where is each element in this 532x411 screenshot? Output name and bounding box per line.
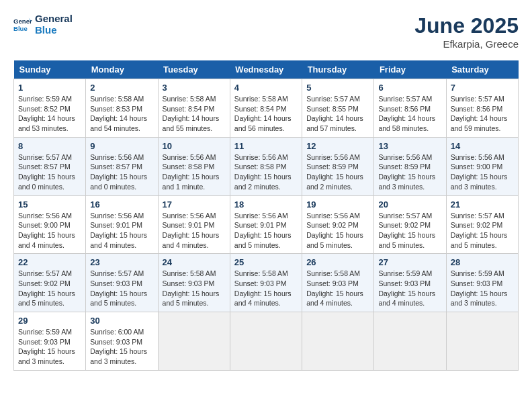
day-number: 2 <box>90 83 153 93</box>
calendar-cell: 7Sunrise: 5:57 AM Sunset: 8:56 PM Daylig… <box>446 79 518 138</box>
calendar-cell <box>446 312 518 371</box>
day-info: Sunrise: 5:56 AM Sunset: 9:01 PM Dayligh… <box>163 211 226 250</box>
weekday-header-thursday: Thursday <box>302 60 374 79</box>
calendar-cell: 21Sunrise: 5:57 AM Sunset: 9:02 PM Dayli… <box>446 195 518 254</box>
calendar-table: SundayMondayTuesdayWednesdayThursdayFrid… <box>13 60 519 371</box>
day-info: Sunrise: 5:56 AM Sunset: 8:58 PM Dayligh… <box>234 152 298 192</box>
day-number: 11 <box>234 141 298 151</box>
calendar-cell: 4Sunrise: 5:58 AM Sunset: 8:54 PM Daylig… <box>230 79 302 138</box>
day-number: 30 <box>90 316 153 326</box>
day-number: 16 <box>90 199 153 210</box>
day-info: Sunrise: 5:58 AM Sunset: 8:53 PM Dayligh… <box>90 94 153 134</box>
day-info: Sunrise: 5:56 AM Sunset: 9:02 PM Dayligh… <box>306 211 369 250</box>
day-info: Sunrise: 5:57 AM Sunset: 8:56 PM Dayligh… <box>451 94 514 134</box>
calendar-cell: 26Sunrise: 5:58 AM Sunset: 9:03 PM Dayli… <box>302 254 374 312</box>
day-number: 25 <box>234 257 298 267</box>
calendar-cell: 3Sunrise: 5:58 AM Sunset: 8:54 PM Daylig… <box>158 79 230 138</box>
day-info: Sunrise: 5:57 AM Sunset: 9:02 PM Dayligh… <box>18 269 81 308</box>
weekday-header-saturday: Saturday <box>446 60 518 79</box>
weekday-header-tuesday: Tuesday <box>158 60 230 79</box>
day-number: 14 <box>451 141 514 151</box>
day-number: 8 <box>18 141 81 151</box>
calendar-cell: 10Sunrise: 5:56 AM Sunset: 8:58 PM Dayli… <box>158 137 230 195</box>
svg-text:Blue: Blue <box>13 24 28 32</box>
day-number: 26 <box>306 257 369 267</box>
calendar-cell: 2Sunrise: 5:58 AM Sunset: 8:53 PM Daylig… <box>86 79 158 138</box>
day-number: 18 <box>234 199 298 210</box>
day-number: 22 <box>18 257 81 267</box>
calendar-cell: 28Sunrise: 5:59 AM Sunset: 9:03 PM Dayli… <box>446 254 518 312</box>
logo-line2: Blue <box>35 25 73 36</box>
day-info: Sunrise: 5:58 AM Sunset: 8:54 PM Dayligh… <box>163 94 226 134</box>
weekday-header-friday: Friday <box>374 60 446 79</box>
calendar-cell: 19Sunrise: 5:56 AM Sunset: 9:02 PM Dayli… <box>302 195 374 254</box>
day-info: Sunrise: 6:00 AM Sunset: 9:03 PM Dayligh… <box>90 327 153 367</box>
calendar-cell: 22Sunrise: 5:57 AM Sunset: 9:02 PM Dayli… <box>14 254 86 312</box>
calendar-cell <box>374 312 446 371</box>
calendar-cell: 25Sunrise: 5:58 AM Sunset: 9:03 PM Dayli… <box>230 254 302 312</box>
day-info: Sunrise: 5:57 AM Sunset: 8:55 PM Dayligh… <box>306 94 369 134</box>
day-info: Sunrise: 5:58 AM Sunset: 9:03 PM Dayligh… <box>234 269 298 308</box>
day-number: 5 <box>306 83 369 93</box>
month-title: June 2025 <box>414 13 519 38</box>
day-number: 12 <box>306 141 369 151</box>
calendar-cell: 13Sunrise: 5:56 AM Sunset: 8:59 PM Dayli… <box>374 137 446 195</box>
day-info: Sunrise: 5:59 AM Sunset: 9:03 PM Dayligh… <box>451 269 514 308</box>
day-info: Sunrise: 5:56 AM Sunset: 8:58 PM Dayligh… <box>163 152 226 192</box>
day-number: 3 <box>163 83 226 93</box>
calendar-cell: 12Sunrise: 5:56 AM Sunset: 8:59 PM Dayli… <box>302 137 374 195</box>
calendar-cell: 5Sunrise: 5:57 AM Sunset: 8:55 PM Daylig… <box>302 79 374 138</box>
day-info: Sunrise: 5:56 AM Sunset: 9:01 PM Dayligh… <box>234 211 298 250</box>
day-info: Sunrise: 5:56 AM Sunset: 9:00 PM Dayligh… <box>18 211 81 250</box>
day-info: Sunrise: 5:57 AM Sunset: 9:03 PM Dayligh… <box>90 269 153 308</box>
day-number: 19 <box>306 199 369 210</box>
day-number: 27 <box>378 257 441 267</box>
calendar-cell: 15Sunrise: 5:56 AM Sunset: 9:00 PM Dayli… <box>14 195 86 254</box>
calendar-cell <box>302 312 374 371</box>
weekday-header-monday: Monday <box>86 60 158 79</box>
day-number: 10 <box>163 141 226 151</box>
day-number: 1 <box>18 83 81 93</box>
day-number: 28 <box>451 257 514 267</box>
calendar-cell <box>158 312 230 371</box>
calendar-cell: 16Sunrise: 5:56 AM Sunset: 9:01 PM Dayli… <box>86 195 158 254</box>
day-number: 15 <box>18 199 81 210</box>
calendar-cell: 29Sunrise: 5:59 AM Sunset: 9:03 PM Dayli… <box>14 312 86 371</box>
calendar-header-row: SundayMondayTuesdayWednesdayThursdayFrid… <box>14 60 519 79</box>
day-info: Sunrise: 5:56 AM Sunset: 8:57 PM Dayligh… <box>90 152 153 192</box>
day-info: Sunrise: 5:59 AM Sunset: 9:03 PM Dayligh… <box>378 269 441 308</box>
calendar-cell: 11Sunrise: 5:56 AM Sunset: 8:58 PM Dayli… <box>230 137 302 195</box>
day-info: Sunrise: 5:56 AM Sunset: 9:00 PM Dayligh… <box>451 152 514 192</box>
day-number: 20 <box>378 199 441 210</box>
calendar-cell: 30Sunrise: 6:00 AM Sunset: 9:03 PM Dayli… <box>86 312 158 371</box>
day-info: Sunrise: 5:59 AM Sunset: 9:03 PM Dayligh… <box>18 327 81 367</box>
calendar-week-row: 29Sunrise: 5:59 AM Sunset: 9:03 PM Dayli… <box>14 312 519 371</box>
weekday-header-wednesday: Wednesday <box>230 60 302 79</box>
calendar-cell: 6Sunrise: 5:57 AM Sunset: 8:56 PM Daylig… <box>374 79 446 138</box>
day-info: Sunrise: 5:58 AM Sunset: 9:03 PM Dayligh… <box>306 269 369 308</box>
day-info: Sunrise: 5:56 AM Sunset: 8:59 PM Dayligh… <box>306 152 369 192</box>
calendar-week-row: 15Sunrise: 5:56 AM Sunset: 9:00 PM Dayli… <box>14 195 519 254</box>
day-number: 24 <box>163 257 226 267</box>
logo-line1: General <box>35 13 73 25</box>
calendar-cell: 14Sunrise: 5:56 AM Sunset: 9:00 PM Dayli… <box>446 137 518 195</box>
day-info: Sunrise: 5:56 AM Sunset: 8:59 PM Dayligh… <box>378 152 441 192</box>
day-info: Sunrise: 5:56 AM Sunset: 9:01 PM Dayligh… <box>90 211 153 250</box>
day-number: 9 <box>90 141 153 151</box>
calendar-cell <box>230 312 302 371</box>
calendar-cell: 23Sunrise: 5:57 AM Sunset: 9:03 PM Dayli… <box>86 254 158 312</box>
logo: General Blue General Blue <box>13 13 73 36</box>
calendar-cell: 1Sunrise: 5:59 AM Sunset: 8:52 PM Daylig… <box>14 79 86 138</box>
calendar-week-row: 1Sunrise: 5:59 AM Sunset: 8:52 PM Daylig… <box>14 79 519 138</box>
day-number: 29 <box>18 316 81 326</box>
day-number: 4 <box>234 83 298 93</box>
day-number: 13 <box>378 141 441 151</box>
title-block: June 2025 Efkarpia, Greece <box>414 13 519 50</box>
day-number: 17 <box>163 199 226 210</box>
day-number: 6 <box>378 83 441 93</box>
logo-icon: General Blue <box>13 15 32 34</box>
calendar-cell: 20Sunrise: 5:57 AM Sunset: 9:02 PM Dayli… <box>374 195 446 254</box>
day-info: Sunrise: 5:57 AM Sunset: 9:02 PM Dayligh… <box>451 211 514 250</box>
calendar-week-row: 22Sunrise: 5:57 AM Sunset: 9:02 PM Dayli… <box>14 254 519 312</box>
day-number: 23 <box>90 257 153 267</box>
